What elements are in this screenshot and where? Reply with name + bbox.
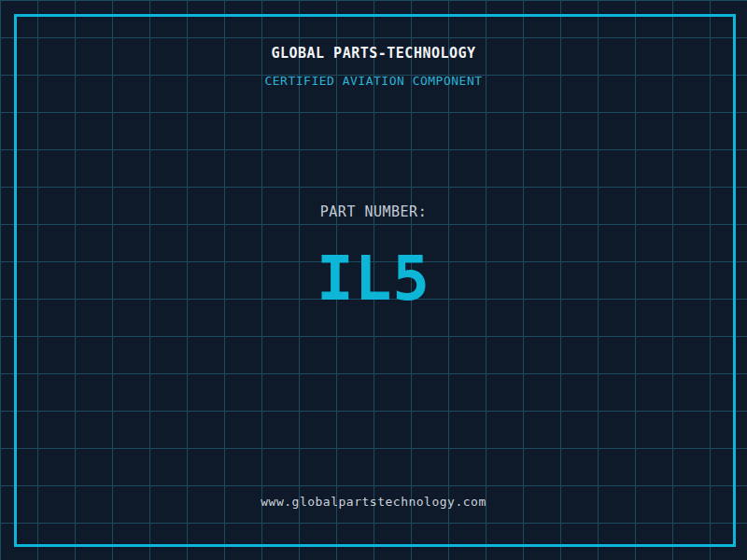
website-url: www.globalpartstechnology.com [0,495,747,509]
blueprint-page: { "header": { "company": "GLOBAL PARTS-T… [0,0,747,560]
part-number-value: IL5 [0,242,747,316]
certification-subtitle: CERTIFIED AVIATION COMPONENT [0,75,747,88]
company-name: GLOBAL PARTS-TECHNOLOGY [0,46,747,61]
part-number-label: PART NUMBER: [0,204,747,219]
